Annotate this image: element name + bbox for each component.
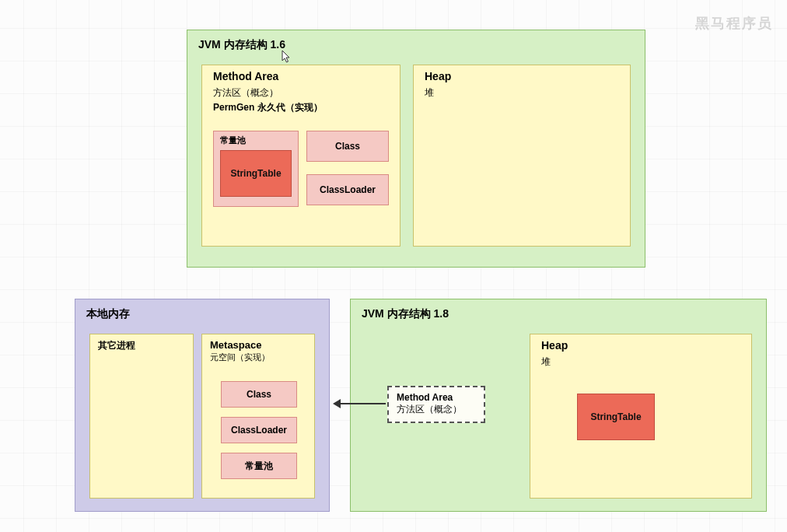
method-area-18-concept: Method Area 方法区（概念） <box>387 386 485 423</box>
heap-16-title: Heap <box>414 65 630 86</box>
metaspace-box: Metaspace 元空间（实现） Class ClassLoader 常量池 <box>201 334 315 499</box>
classloader-box-16: ClassLoader <box>306 174 389 205</box>
metaspace-constpool-box: 常量池 <box>221 453 297 479</box>
string-table-16: StringTable <box>220 150 292 197</box>
other-process-label: 其它进程 <box>90 334 193 357</box>
method-area-16-title: Method Area <box>202 65 400 86</box>
arrow-method-to-metaspace <box>334 403 386 404</box>
heap-16-sub: 堆 <box>414 86 630 100</box>
jvm16-title: JVM 内存结构 1.6 <box>187 30 645 55</box>
other-process-box: 其它进程 <box>89 334 194 499</box>
metaspace-title: Metaspace <box>202 334 314 351</box>
method-area-18-sub: 方法区（概念） <box>397 403 476 416</box>
constant-pool-16: 常量池 StringTable <box>213 131 299 207</box>
method-area-16-sub1: 方法区（概念） <box>202 86 400 100</box>
native-memory-title: 本地内存 <box>75 299 329 324</box>
metaspace-sub: 元空间（实现） <box>202 351 314 365</box>
method-area-16: Method Area 方法区（概念） PermGen 永久代（实现） 常量池 … <box>201 65 400 247</box>
heap-16: Heap 堆 <box>413 65 631 247</box>
class-box-16: Class <box>306 131 389 162</box>
jvm16-container: JVM 内存结构 1.6 Method Area 方法区（概念） PermGen… <box>187 30 645 268</box>
metaspace-classloader-box: ClassLoader <box>221 417 297 443</box>
method-area-16-sub2: PermGen 永久代（实现） <box>202 100 400 115</box>
heap-18-title: Heap <box>530 334 751 355</box>
metaspace-class-box: Class <box>221 381 297 408</box>
jvm18-title: JVM 内存结构 1.8 <box>351 299 766 324</box>
heap-18: Heap 堆 StringTable <box>530 334 752 499</box>
native-memory-container: 本地内存 其它进程 Metaspace 元空间（实现） Class ClassL… <box>75 299 330 512</box>
heap-18-sub: 堆 <box>530 355 751 369</box>
constant-pool-16-label: 常量池 <box>220 135 246 146</box>
string-table-18: StringTable <box>577 394 655 440</box>
method-area-18-title: Method Area <box>397 392 476 403</box>
